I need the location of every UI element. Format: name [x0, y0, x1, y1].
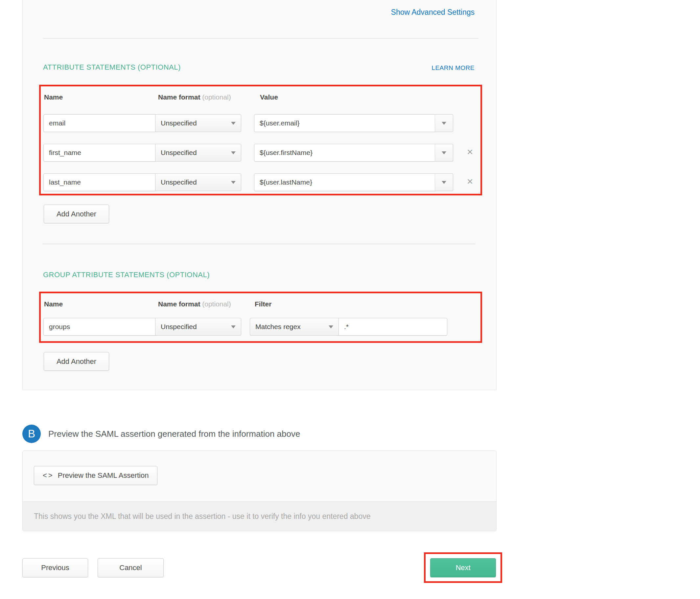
previous-button[interactable]: Previous: [22, 558, 88, 577]
attr-format-value: Unspecified: [161, 178, 197, 186]
chevron-down-icon: [231, 151, 235, 154]
attr-value-dropdown-toggle[interactable]: [435, 144, 453, 162]
add-another-group-attribute-button[interactable]: Add Another: [44, 352, 109, 371]
cancel-button[interactable]: Cancel: [98, 558, 164, 577]
attr-format-select-email[interactable]: Unspecified: [155, 114, 241, 132]
remove-row-icon[interactable]: ×: [465, 147, 475, 157]
step-b-badge: B: [22, 425, 41, 443]
group-filter-value-input[interactable]: [339, 318, 447, 336]
attr-format-value: Unspecified: [161, 149, 197, 157]
chevron-down-icon: [442, 181, 446, 184]
learn-more-link[interactable]: LEARN MORE: [431, 64, 475, 72]
show-advanced-settings-link[interactable]: Show Advanced Settings: [391, 8, 475, 17]
column-header-name-format-label: Name format: [158, 93, 200, 101]
attr-value-input-last-name[interactable]: [254, 174, 435, 191]
preview-saml-assertion-label: Preview the SAML Assertion: [58, 471, 149, 480]
chevron-down-icon: [231, 325, 235, 329]
attribute-statements-title: ATTRIBUTE STATEMENTS (OPTIONAL): [43, 63, 181, 72]
attr-format-select-last-name[interactable]: Unspecified: [155, 174, 241, 191]
saml-settings-page: Show Advanced Settings ATTRIBUTE STATEME…: [0, 0, 700, 599]
group-filter-type-select[interactable]: Matches regex: [250, 318, 339, 336]
chevron-down-icon: [231, 181, 235, 184]
attr-name-input-email[interactable]: [43, 114, 155, 132]
column-header-name: Name: [44, 300, 63, 308]
next-button[interactable]: Next: [430, 558, 496, 577]
column-header-name-format: Name format (optional): [158, 300, 231, 308]
group-name-input[interactable]: [43, 318, 155, 336]
remove-row-icon[interactable]: ×: [465, 176, 475, 186]
column-header-name: Name: [44, 93, 63, 101]
group-attribute-statements-title: GROUP ATTRIBUTE STATEMENTS (OPTIONAL): [43, 270, 210, 279]
attr-value-dropdown-toggle[interactable]: [435, 174, 453, 191]
attr-value-input-email[interactable]: [254, 114, 435, 132]
add-another-attribute-button[interactable]: Add Another: [44, 205, 109, 223]
attr-name-input-first-name[interactable]: [43, 144, 155, 162]
chevron-down-icon: [231, 122, 235, 125]
preview-saml-assertion-button[interactable]: <> Preview the SAML Assertion: [34, 466, 157, 485]
attr-name-input-last-name[interactable]: [43, 174, 155, 191]
group-format-select[interactable]: Unspecified: [155, 318, 241, 336]
preview-footer-note: This shows you the XML that will be used…: [34, 512, 370, 521]
code-brackets-icon: <>: [43, 471, 54, 480]
chevron-down-icon: [442, 122, 446, 125]
step-b-label: Preview the SAML assertion generated fro…: [48, 429, 300, 439]
attr-value-input-first-name[interactable]: [254, 144, 435, 162]
chevron-down-icon: [442, 151, 446, 154]
preview-assertion-card: <> Preview the SAML Assertion This shows…: [22, 450, 497, 531]
column-header-name-format-label: Name format: [158, 300, 200, 308]
group-filter-type-value: Matches regex: [255, 323, 301, 331]
column-header-filter: Filter: [255, 300, 272, 308]
column-header-name-format: Name format (optional): [158, 93, 231, 101]
optional-note: (optional): [202, 93, 231, 101]
saml-settings-panel: Show Advanced Settings ATTRIBUTE STATEME…: [22, 0, 497, 390]
section-divider: [42, 244, 475, 244]
section-divider: [43, 38, 478, 39]
attr-format-value: Unspecified: [161, 119, 197, 127]
preview-card-footer: This shows you the XML that will be used…: [23, 501, 496, 531]
chevron-down-icon: [329, 325, 333, 329]
attr-format-select-first-name[interactable]: Unspecified: [155, 144, 241, 162]
optional-note: (optional): [202, 300, 231, 308]
column-header-value: Value: [260, 93, 278, 101]
attr-value-dropdown-toggle[interactable]: [435, 114, 453, 132]
group-format-value: Unspecified: [161, 323, 197, 331]
